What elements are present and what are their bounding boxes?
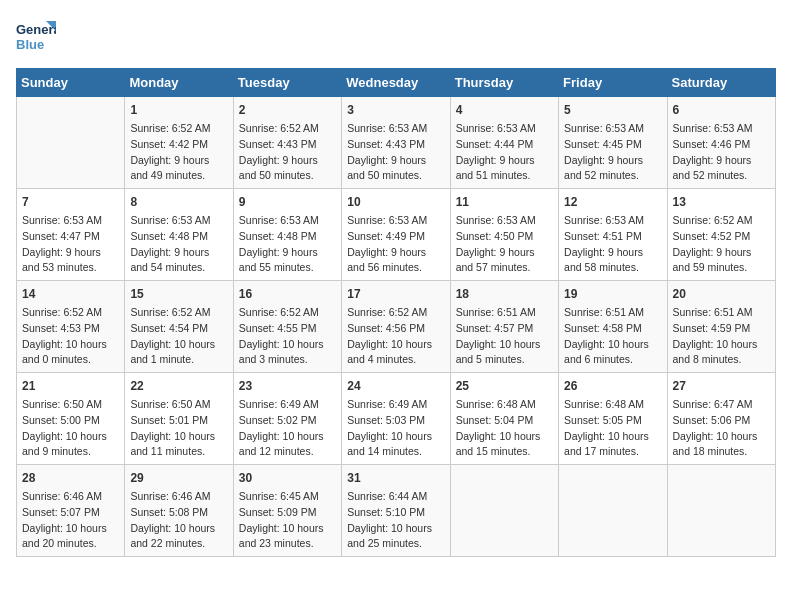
day-info: Sunrise: 6:53 AMSunset: 4:50 PMDaylight:… [456, 213, 553, 276]
weekday-header-tuesday: Tuesday [233, 69, 341, 97]
day-number: 22 [130, 377, 227, 395]
svg-text:General: General [16, 22, 56, 37]
day-info: Sunrise: 6:53 AMSunset: 4:49 PMDaylight:… [347, 213, 444, 276]
calendar-cell [17, 97, 125, 189]
calendar-cell: 9Sunrise: 6:53 AMSunset: 4:48 PMDaylight… [233, 189, 341, 281]
day-info: Sunrise: 6:53 AMSunset: 4:46 PMDaylight:… [673, 121, 770, 184]
day-info: Sunrise: 6:52 AMSunset: 4:53 PMDaylight:… [22, 305, 119, 368]
calendar-cell: 10Sunrise: 6:53 AMSunset: 4:49 PMDayligh… [342, 189, 450, 281]
day-number: 2 [239, 101, 336, 119]
day-number: 28 [22, 469, 119, 487]
day-info: Sunrise: 6:49 AMSunset: 5:03 PMDaylight:… [347, 397, 444, 460]
day-info: Sunrise: 6:52 AMSunset: 4:54 PMDaylight:… [130, 305, 227, 368]
week-row-3: 14Sunrise: 6:52 AMSunset: 4:53 PMDayligh… [17, 281, 776, 373]
day-number: 6 [673, 101, 770, 119]
calendar-cell: 4Sunrise: 6:53 AMSunset: 4:44 PMDaylight… [450, 97, 558, 189]
day-info: Sunrise: 6:53 AMSunset: 4:45 PMDaylight:… [564, 121, 661, 184]
day-number: 9 [239, 193, 336, 211]
calendar-cell: 19Sunrise: 6:51 AMSunset: 4:58 PMDayligh… [559, 281, 667, 373]
calendar-cell: 1Sunrise: 6:52 AMSunset: 4:42 PMDaylight… [125, 97, 233, 189]
day-number: 14 [22, 285, 119, 303]
day-number: 7 [22, 193, 119, 211]
day-info: Sunrise: 6:53 AMSunset: 4:48 PMDaylight:… [130, 213, 227, 276]
day-info: Sunrise: 6:52 AMSunset: 4:55 PMDaylight:… [239, 305, 336, 368]
calendar-cell: 11Sunrise: 6:53 AMSunset: 4:50 PMDayligh… [450, 189, 558, 281]
day-info: Sunrise: 6:51 AMSunset: 4:57 PMDaylight:… [456, 305, 553, 368]
day-number: 12 [564, 193, 661, 211]
day-info: Sunrise: 6:48 AMSunset: 5:04 PMDaylight:… [456, 397, 553, 460]
day-info: Sunrise: 6:50 AMSunset: 5:00 PMDaylight:… [22, 397, 119, 460]
day-info: Sunrise: 6:53 AMSunset: 4:51 PMDaylight:… [564, 213, 661, 276]
day-number: 26 [564, 377, 661, 395]
calendar-cell: 6Sunrise: 6:53 AMSunset: 4:46 PMDaylight… [667, 97, 775, 189]
day-number: 5 [564, 101, 661, 119]
calendar-cell: 31Sunrise: 6:44 AMSunset: 5:10 PMDayligh… [342, 465, 450, 557]
calendar-cell: 26Sunrise: 6:48 AMSunset: 5:05 PMDayligh… [559, 373, 667, 465]
calendar-cell: 21Sunrise: 6:50 AMSunset: 5:00 PMDayligh… [17, 373, 125, 465]
day-info: Sunrise: 6:53 AMSunset: 4:43 PMDaylight:… [347, 121, 444, 184]
day-number: 19 [564, 285, 661, 303]
calendar-cell: 27Sunrise: 6:47 AMSunset: 5:06 PMDayligh… [667, 373, 775, 465]
day-info: Sunrise: 6:46 AMSunset: 5:08 PMDaylight:… [130, 489, 227, 552]
calendar-cell: 24Sunrise: 6:49 AMSunset: 5:03 PMDayligh… [342, 373, 450, 465]
calendar-cell: 15Sunrise: 6:52 AMSunset: 4:54 PMDayligh… [125, 281, 233, 373]
day-info: Sunrise: 6:52 AMSunset: 4:42 PMDaylight:… [130, 121, 227, 184]
day-number: 10 [347, 193, 444, 211]
day-number: 25 [456, 377, 553, 395]
day-number: 16 [239, 285, 336, 303]
calendar-cell: 14Sunrise: 6:52 AMSunset: 4:53 PMDayligh… [17, 281, 125, 373]
calendar-cell: 16Sunrise: 6:52 AMSunset: 4:55 PMDayligh… [233, 281, 341, 373]
calendar-cell: 28Sunrise: 6:46 AMSunset: 5:07 PMDayligh… [17, 465, 125, 557]
weekday-header-sunday: Sunday [17, 69, 125, 97]
day-info: Sunrise: 6:51 AMSunset: 4:59 PMDaylight:… [673, 305, 770, 368]
calendar-cell: 17Sunrise: 6:52 AMSunset: 4:56 PMDayligh… [342, 281, 450, 373]
day-number: 8 [130, 193, 227, 211]
day-info: Sunrise: 6:51 AMSunset: 4:58 PMDaylight:… [564, 305, 661, 368]
calendar-cell [450, 465, 558, 557]
day-number: 24 [347, 377, 444, 395]
calendar-cell: 5Sunrise: 6:53 AMSunset: 4:45 PMDaylight… [559, 97, 667, 189]
week-row-1: 1Sunrise: 6:52 AMSunset: 4:42 PMDaylight… [17, 97, 776, 189]
weekday-header-friday: Friday [559, 69, 667, 97]
logo: GeneralBlue [16, 16, 56, 56]
day-info: Sunrise: 6:50 AMSunset: 5:01 PMDaylight:… [130, 397, 227, 460]
calendar-cell: 22Sunrise: 6:50 AMSunset: 5:01 PMDayligh… [125, 373, 233, 465]
week-row-5: 28Sunrise: 6:46 AMSunset: 5:07 PMDayligh… [17, 465, 776, 557]
weekday-header-monday: Monday [125, 69, 233, 97]
calendar-cell: 20Sunrise: 6:51 AMSunset: 4:59 PMDayligh… [667, 281, 775, 373]
calendar-cell: 7Sunrise: 6:53 AMSunset: 4:47 PMDaylight… [17, 189, 125, 281]
day-number: 17 [347, 285, 444, 303]
calendar-cell [559, 465, 667, 557]
day-number: 21 [22, 377, 119, 395]
day-info: Sunrise: 6:49 AMSunset: 5:02 PMDaylight:… [239, 397, 336, 460]
calendar-cell: 18Sunrise: 6:51 AMSunset: 4:57 PMDayligh… [450, 281, 558, 373]
day-number: 23 [239, 377, 336, 395]
day-info: Sunrise: 6:53 AMSunset: 4:48 PMDaylight:… [239, 213, 336, 276]
day-info: Sunrise: 6:44 AMSunset: 5:10 PMDaylight:… [347, 489, 444, 552]
svg-text:Blue: Blue [16, 37, 44, 52]
calendar-cell: 29Sunrise: 6:46 AMSunset: 5:08 PMDayligh… [125, 465, 233, 557]
day-info: Sunrise: 6:52 AMSunset: 4:52 PMDaylight:… [673, 213, 770, 276]
day-info: Sunrise: 6:53 AMSunset: 4:47 PMDaylight:… [22, 213, 119, 276]
calendar-cell: 25Sunrise: 6:48 AMSunset: 5:04 PMDayligh… [450, 373, 558, 465]
day-number: 29 [130, 469, 227, 487]
page-header: GeneralBlue [16, 16, 776, 56]
day-info: Sunrise: 6:46 AMSunset: 5:07 PMDaylight:… [22, 489, 119, 552]
weekday-header-saturday: Saturday [667, 69, 775, 97]
day-number: 13 [673, 193, 770, 211]
logo-svg: GeneralBlue [16, 16, 56, 56]
day-info: Sunrise: 6:53 AMSunset: 4:44 PMDaylight:… [456, 121, 553, 184]
calendar-cell: 30Sunrise: 6:45 AMSunset: 5:09 PMDayligh… [233, 465, 341, 557]
day-number: 27 [673, 377, 770, 395]
weekday-header-row: SundayMondayTuesdayWednesdayThursdayFrid… [17, 69, 776, 97]
calendar-cell: 3Sunrise: 6:53 AMSunset: 4:43 PMDaylight… [342, 97, 450, 189]
day-number: 30 [239, 469, 336, 487]
day-number: 4 [456, 101, 553, 119]
week-row-4: 21Sunrise: 6:50 AMSunset: 5:00 PMDayligh… [17, 373, 776, 465]
day-info: Sunrise: 6:52 AMSunset: 4:43 PMDaylight:… [239, 121, 336, 184]
day-number: 31 [347, 469, 444, 487]
day-number: 11 [456, 193, 553, 211]
weekday-header-thursday: Thursday [450, 69, 558, 97]
day-info: Sunrise: 6:45 AMSunset: 5:09 PMDaylight:… [239, 489, 336, 552]
day-number: 1 [130, 101, 227, 119]
